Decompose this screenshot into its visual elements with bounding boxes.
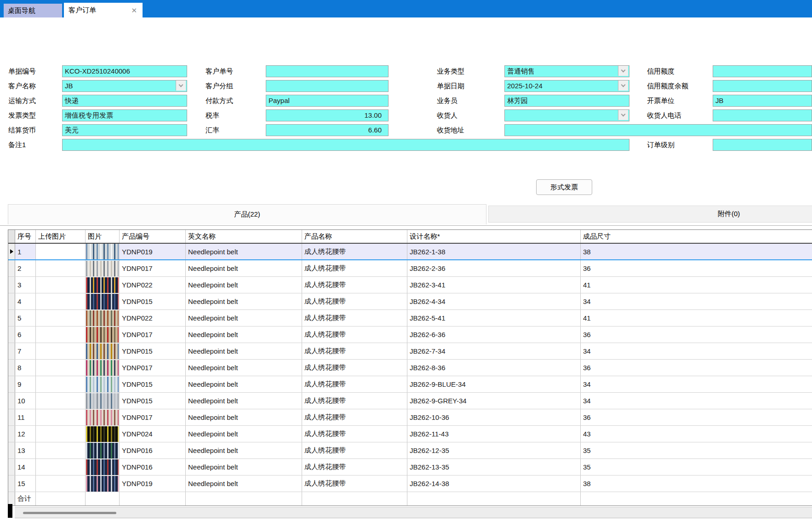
cell-upload-image[interactable]	[36, 442, 86, 458]
customer-po-field[interactable]	[266, 65, 389, 77]
customer-name-combo[interactable]: JB	[62, 80, 187, 92]
cell-upload-image[interactable]	[36, 459, 86, 475]
doc-date-combo[interactable]: 2025-10-24	[504, 80, 629, 92]
ship-method-field[interactable]: 快递	[62, 95, 187, 107]
table-row[interactable]: 10YDNP015Needlepoint belt成人绣花腰带JB262-9-G…	[8, 393, 812, 409]
tax-rate-field[interactable]: 13.00	[266, 109, 389, 121]
table-row[interactable]: 7YDNP015Needlepoint belt成人绣花腰带JB262-7-34…	[8, 343, 812, 360]
product-thumbnail[interactable]	[86, 393, 119, 409]
cell-product-name: 成人绣花腰带	[302, 327, 407, 343]
header-image[interactable]: 图片	[86, 230, 120, 243]
header-en-name[interactable]: 英文名称	[186, 230, 302, 243]
table-row[interactable]: 15YDNP019Needlepoint belt成人绣花腰带JB262-14-…	[8, 475, 812, 492]
credit-limit-field[interactable]	[713, 65, 812, 77]
table-row[interactable]: 12YDNP024Needlepoint belt成人绣花腰带JB262-11-…	[8, 426, 812, 442]
product-thumbnail[interactable]	[86, 426, 119, 442]
product-thumbnail[interactable]	[86, 459, 119, 475]
currency-field[interactable]: 美元	[62, 124, 187, 136]
close-icon[interactable]: ✕	[131, 7, 137, 14]
table-row[interactable]: 14YDNP016Needlepoint belt成人绣花腰带JB262-13-…	[8, 459, 812, 475]
consignee-combo[interactable]	[504, 109, 629, 121]
product-thumbnail[interactable]	[86, 277, 119, 293]
row-marker	[8, 360, 15, 376]
proforma-invoice-button[interactable]: 形式发票	[536, 179, 592, 195]
cell-image	[86, 327, 120, 343]
tab-products[interactable]: 产品(22)	[8, 204, 486, 224]
product-thumbnail[interactable]	[86, 443, 119, 458]
invoice-type-field[interactable]: 增值税专用发票	[62, 109, 187, 121]
product-thumbnail[interactable]	[86, 476, 119, 492]
consignee-dropdown-button[interactable]	[618, 110, 628, 120]
cell-seq: 2	[15, 260, 36, 276]
cell-upload-image[interactable]	[36, 310, 86, 326]
cell-upload-image[interactable]	[36, 327, 86, 343]
product-thumbnail[interactable]	[86, 310, 119, 326]
row-marker	[8, 409, 15, 425]
ship-address-field[interactable]	[504, 124, 812, 136]
horizontal-scrollbar[interactable]	[15, 507, 812, 518]
customer-group-field[interactable]	[266, 80, 389, 92]
header-code[interactable]: 产品编号	[120, 230, 186, 243]
header-seq[interactable]: 序号	[15, 230, 36, 243]
exchange-rate-field[interactable]: 6.60	[266, 124, 389, 136]
cell-upload-image[interactable]	[36, 343, 86, 359]
invoice-unit-field[interactable]: JB	[713, 95, 812, 107]
customer-name-dropdown-button[interactable]	[176, 80, 186, 91]
product-thumbnail[interactable]	[86, 244, 119, 259]
cell-upload-image[interactable]	[36, 277, 86, 293]
table-row[interactable]: 3YDNP022Needlepoint belt成人绣花腰带JB262-3-41…	[8, 277, 812, 293]
credit-balance-field[interactable]	[713, 80, 812, 92]
tab-attachments[interactable]: 附件(0)	[488, 206, 812, 223]
cell-upload-image[interactable]	[36, 426, 86, 442]
cell-upload-image[interactable]	[36, 393, 86, 409]
cell-upload-image[interactable]	[36, 360, 86, 376]
table-row[interactable]: 4YDNP015Needlepoint belt成人绣花腰带JB262-4-34…	[8, 293, 812, 310]
header-upload[interactable]: 上传图片	[36, 230, 86, 243]
remark1-field[interactable]	[62, 139, 629, 151]
cell-design-name: JB262-8-36	[407, 360, 581, 376]
biz-type-dropdown-button[interactable]	[618, 66, 628, 76]
cell-english-name: Needlepoint belt	[186, 293, 302, 309]
header-cn-name[interactable]: 产品名称	[302, 230, 407, 243]
row-marker	[8, 244, 15, 259]
invoice-type-label: 发票类型	[8, 109, 36, 121]
order-level-field[interactable]	[713, 139, 812, 151]
table-row[interactable]: 1YDNP019Needlepoint belt成人绣花腰带JB262-1-38…	[8, 244, 812, 260]
cell-size: 36	[581, 409, 812, 425]
cell-upload-image[interactable]	[36, 260, 86, 276]
table-row[interactable]: 2YDNP017Needlepoint belt成人绣花腰带JB262-2-36…	[8, 260, 812, 277]
order-level-label: 订单级别	[647, 139, 675, 151]
pay-method-field[interactable]: Paypal	[266, 95, 389, 107]
header-marker-cell	[8, 230, 15, 243]
product-thumbnail[interactable]	[86, 377, 119, 392]
cell-upload-image[interactable]	[36, 475, 86, 492]
cell-product-code: YDNP015	[120, 293, 186, 309]
table-row[interactable]: 8YDNP017Needlepoint belt成人绣花腰带JB262-8-36…	[8, 360, 812, 376]
table-row[interactable]: 11YDNP017Needlepoint belt成人绣花腰带JB262-10-…	[8, 409, 812, 426]
tab-customer-order[interactable]: 客户订单 ✕	[64, 3, 143, 17]
product-thumbnail[interactable]	[86, 294, 119, 309]
cell-upload-image[interactable]	[36, 244, 86, 259]
product-thumbnail[interactable]	[86, 261, 119, 276]
table-row[interactable]: 5YDNP022Needlepoint belt成人绣花腰带JB262-5-41…	[8, 310, 812, 327]
doc-date-dropdown-button[interactable]	[618, 80, 628, 91]
table-row[interactable]: 6YDNP017Needlepoint belt成人绣花腰带JB262-6-36…	[8, 327, 812, 343]
scrollbar-thumb[interactable]	[23, 512, 116, 514]
consignee-phone-field[interactable]	[713, 109, 812, 121]
salesman-field[interactable]: 林芳园	[504, 95, 629, 107]
biz-type-combo[interactable]: 普通销售	[504, 65, 629, 77]
cell-upload-image[interactable]	[36, 376, 86, 392]
header-size[interactable]: 成品尺寸	[581, 230, 812, 243]
header-design[interactable]: 设计名称*	[407, 230, 581, 243]
product-thumbnail[interactable]	[86, 344, 119, 359]
product-thumbnail[interactable]	[86, 410, 119, 425]
table-row[interactable]: 9YDNP015Needlepoint belt成人绣花腰带JB262-9-BL…	[8, 376, 812, 393]
product-thumbnail[interactable]	[86, 360, 119, 376]
table-row[interactable]: 13YDNP016Needlepoint belt成人绣花腰带JB262-12-…	[8, 442, 812, 459]
tab-desktop-nav[interactable]: 桌面导航	[4, 4, 62, 17]
cell-upload-image[interactable]	[36, 293, 86, 309]
cell-upload-image[interactable]	[36, 409, 86, 425]
doc-no-field[interactable]: KCO-XD2510240006	[62, 65, 187, 77]
cell-seq: 15	[15, 475, 36, 492]
product-thumbnail[interactable]	[86, 327, 119, 343]
